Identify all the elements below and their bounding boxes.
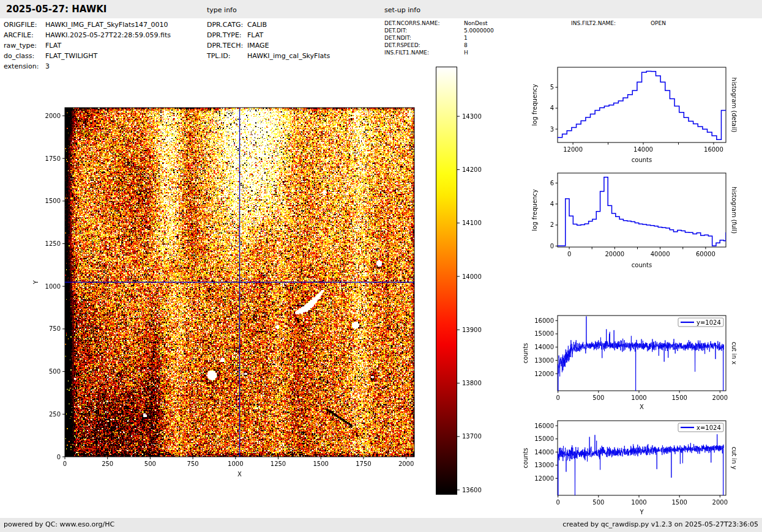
footer-left-text: powered by QC: www.eso.org/HC bbox=[4, 520, 114, 528]
svg-text:14300: 14300 bbox=[462, 113, 482, 120]
svg-text:1500: 1500 bbox=[671, 499, 687, 506]
svg-text:4: 4 bbox=[550, 105, 554, 111]
svg-text:5: 5 bbox=[550, 84, 554, 91]
svg-text:y=1024: y=1024 bbox=[697, 319, 721, 326]
svg-text:16000: 16000 bbox=[534, 317, 554, 324]
svg-text:40000: 40000 bbox=[651, 251, 670, 257]
svg-text:1500: 1500 bbox=[45, 198, 61, 204]
svg-text:cut in y: cut in y bbox=[731, 446, 738, 469]
svg-text:12000: 12000 bbox=[534, 475, 554, 482]
plot-cut_x: 0500100015002000120001300014000150001600… bbox=[522, 316, 738, 410]
svg-text:counts: counts bbox=[632, 157, 652, 163]
svg-text:14000: 14000 bbox=[633, 146, 653, 153]
footer-right-text: created by qc_rawdisp.py v1.2.3 on 2025-… bbox=[562, 520, 758, 528]
svg-text:12000: 12000 bbox=[563, 146, 583, 153]
svg-text:histogram (full): histogram (full) bbox=[731, 187, 738, 234]
svg-text:15000: 15000 bbox=[534, 330, 554, 337]
plot-hist_full: 02000040000600000246countslog frequencyh… bbox=[531, 173, 738, 268]
svg-text:14000: 14000 bbox=[462, 273, 482, 280]
svg-text:3: 3 bbox=[550, 126, 554, 133]
svg-text:2000: 2000 bbox=[712, 394, 728, 401]
svg-text:X: X bbox=[237, 471, 242, 478]
svg-text:13800: 13800 bbox=[462, 380, 482, 386]
svg-text:0: 0 bbox=[57, 454, 61, 460]
svg-text:20000: 20000 bbox=[605, 251, 624, 257]
svg-text:1000: 1000 bbox=[631, 499, 646, 506]
svg-text:2000: 2000 bbox=[45, 113, 61, 119]
svg-text:2: 2 bbox=[550, 221, 554, 228]
svg-text:0: 0 bbox=[556, 394, 559, 401]
svg-text:log frequency: log frequency bbox=[531, 189, 538, 231]
svg-text:500: 500 bbox=[49, 368, 61, 375]
svg-text:0: 0 bbox=[556, 499, 559, 506]
svg-text:1000: 1000 bbox=[631, 394, 646, 401]
legend-cut_y: x=1024 bbox=[678, 423, 723, 432]
svg-text:counts: counts bbox=[522, 343, 529, 363]
svg-text:1500: 1500 bbox=[313, 460, 328, 467]
svg-text:2000: 2000 bbox=[398, 460, 414, 467]
svg-text:750: 750 bbox=[187, 460, 199, 467]
svg-text:15000: 15000 bbox=[534, 435, 554, 442]
svg-text:1000: 1000 bbox=[228, 460, 243, 467]
svg-text:x=1024: x=1024 bbox=[697, 424, 721, 431]
svg-text:750: 750 bbox=[49, 325, 61, 332]
svg-text:0: 0 bbox=[567, 251, 571, 257]
svg-text:13900: 13900 bbox=[462, 327, 482, 333]
svg-text:13600: 13600 bbox=[462, 487, 482, 493]
svg-text:13000: 13000 bbox=[534, 357, 554, 364]
svg-text:counts: counts bbox=[632, 262, 652, 268]
main-image-axes: 0250500750100012501500175020000250500750… bbox=[32, 108, 414, 478]
svg-text:0: 0 bbox=[63, 460, 67, 467]
svg-text:1500: 1500 bbox=[671, 394, 687, 401]
colorbar-axis: 1360013700138001390014000141001420014300 bbox=[457, 113, 482, 493]
svg-text:250: 250 bbox=[49, 411, 61, 418]
svg-text:500: 500 bbox=[144, 460, 156, 467]
legend-cut_x: y=1024 bbox=[678, 318, 723, 327]
svg-text:counts: counts bbox=[522, 448, 529, 468]
svg-text:500: 500 bbox=[592, 499, 604, 506]
svg-text:1000: 1000 bbox=[45, 283, 61, 290]
svg-text:histogram (detail): histogram (detail) bbox=[731, 78, 738, 133]
svg-text:0: 0 bbox=[550, 243, 554, 249]
plot-cut_y: 0500100015002000120001300014000150001600… bbox=[522, 421, 738, 515]
svg-text:1750: 1750 bbox=[356, 460, 371, 467]
plots-overlay: 0250500750100012501500175020000250500750… bbox=[0, 0, 762, 532]
svg-text:60000: 60000 bbox=[696, 251, 715, 257]
svg-text:16000: 16000 bbox=[704, 146, 723, 153]
svg-text:2000: 2000 bbox=[712, 499, 728, 506]
svg-text:16000: 16000 bbox=[534, 423, 554, 429]
svg-text:6: 6 bbox=[550, 180, 554, 187]
svg-text:Y: Y bbox=[639, 509, 644, 515]
svg-text:500: 500 bbox=[592, 394, 604, 401]
svg-text:1750: 1750 bbox=[45, 155, 61, 162]
svg-text:1250: 1250 bbox=[45, 240, 61, 247]
svg-text:1250: 1250 bbox=[271, 460, 286, 467]
svg-text:250: 250 bbox=[102, 460, 113, 467]
svg-text:Y: Y bbox=[32, 280, 39, 285]
svg-text:X: X bbox=[640, 404, 644, 410]
svg-text:14200: 14200 bbox=[462, 166, 482, 173]
svg-text:14000: 14000 bbox=[534, 344, 554, 350]
svg-text:14100: 14100 bbox=[462, 220, 482, 226]
svg-text:12000: 12000 bbox=[534, 371, 554, 377]
svg-text:14000: 14000 bbox=[534, 449, 554, 456]
svg-text:cut in x: cut in x bbox=[731, 342, 738, 364]
svg-text:4: 4 bbox=[550, 201, 554, 207]
plot-hist_detail: 120001400016000345countslog frequencyhis… bbox=[531, 67, 738, 163]
svg-text:13000: 13000 bbox=[534, 462, 554, 468]
svg-text:13700: 13700 bbox=[462, 433, 482, 440]
svg-text:log frequency: log frequency bbox=[531, 84, 538, 126]
